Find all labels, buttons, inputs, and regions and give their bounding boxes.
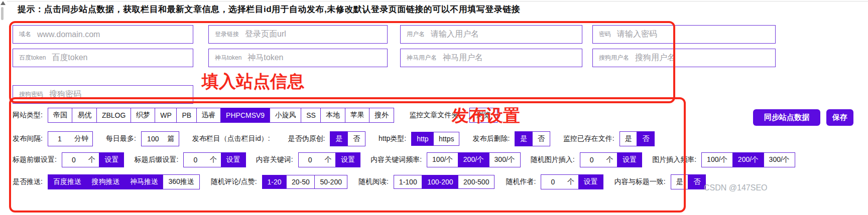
read-1-100-option[interactable]: 1-100 [394,175,423,189]
random-image-set-button[interactable]: 设置 [617,152,642,167]
push-toggle: 百度推送 搜狗推送 神马推送 360推送 [48,174,200,189]
site-type-option[interactable]: 迅睿 [196,108,221,123]
site-type-option[interactable]: SS [301,108,321,123]
shenma-token-field-label: 神马token [215,54,241,62]
sync-site-data-button[interactable]: 同步站点数据 [753,109,820,126]
comment-20-50-option[interactable]: 20-50 [286,175,315,189]
tip-text: 提示：点击同步站点数据，获取栏目和最新文章信息，选择栏目id用于自动发布,未修改… [18,4,520,15]
publish-interval-input[interactable]: 1 分钟 [48,131,93,146]
publish-interval-value: 1 [52,135,67,143]
sogou-push-option[interactable]: 搜狗推送 [86,174,125,189]
random-author-label: 随机作者: [506,177,536,186]
sogou-username-field[interactable]: 搜狗用户名 搜狗用户名 [592,49,776,67]
site-type-option[interactable]: WP [155,108,177,123]
random-comment-toggle: 1-20 20-50 50-200 [262,175,347,189]
title-prefix-set-button[interactable]: 设置 [99,152,124,167]
random-author-input[interactable]: 0 个 [541,174,579,189]
title-suffix-set-button[interactable]: 设置 [221,152,246,167]
random-comment-label: 随机评论/点赞: [211,177,257,186]
monitor-existing-toggle: 是 否 [619,131,655,146]
pseudo-no-option[interactable]: 否 [347,131,365,146]
title-match-label: 内容与标题一致: [614,177,666,186]
site-type-option[interactable]: ZBLOG [96,108,131,123]
baidu-push-option[interactable]: 百度推送 [48,174,87,189]
read-200-500-option[interactable]: 200-500 [458,175,494,189]
exist-no-option[interactable]: 否 [637,131,655,146]
title-suffix-input[interactable]: 0 个 [183,152,221,167]
site-type-option[interactable]: 苹果 [345,108,370,123]
domain-field-placeholder: www.domain.com [37,30,100,39]
delete-no-option[interactable]: 否 [532,131,550,146]
shenma-token-field-placeholder: 神马token [247,53,283,63]
baidu-token-field-label: 百度token [19,54,46,62]
imgfreq-200-option[interactable]: 200/个 [732,152,764,167]
username-field-placeholder: 请输入用户名 [431,29,479,40]
daily-max-unit: 篇 [168,134,175,143]
title-prefix-input[interactable]: 0 个 [62,152,100,167]
title-match-no-option[interactable]: 否 [688,174,706,189]
publish-interval-unit: 分钟 [74,134,88,143]
image-frequency-label: 图片插入频率: [652,155,696,164]
site-type-option[interactable]: 本地 [320,108,345,123]
image-frequency-toggle: 100/个 200/个 300/个 [701,152,795,167]
site-type-option[interactable]: 搜外 [369,108,394,123]
site-type-option[interactable]: 小旋风 [270,108,302,123]
username-field[interactable]: 用户名 请输入用户名 [400,25,582,44]
site-type-option[interactable]: 帝国 [48,108,73,123]
login-url-field[interactable]: 登录链接 登录页面url [208,25,388,44]
scrollbar[interactable] [0,0,6,23]
title-match-yes-option[interactable]: 是 [671,174,689,189]
site-type-group: 帝国 易优 ZBLOG 织梦 WP PB 迅睿 PHPCMSV9 小旋风 SS … [48,108,394,123]
shenma-username-field[interactable]: 神马用户名 神马用户名 [400,49,582,67]
shenma-token-field[interactable]: 神马token 神马token [208,49,388,67]
daily-max-input[interactable]: 100 篇 [141,131,179,146]
random-author-set-button[interactable]: 设置 [578,174,603,189]
exist-yes-option[interactable]: 是 [619,131,638,146]
content-keyword-input[interactable]: 0 个 [298,152,336,167]
site-type-option[interactable]: PB [176,108,197,123]
password-field-placeholder: 请输入密码 [617,29,657,40]
shenma-username-field-placeholder: 神马用户名 [443,53,483,63]
http-option[interactable]: http [411,132,434,146]
password-field[interactable]: 密码 请输入密码 [592,25,776,44]
save-button[interactable]: 保存 [826,109,853,126]
random-image-value: 0 [584,156,599,164]
pseudo-yes-option[interactable]: 是 [330,131,348,146]
kwfreq-100-option[interactable]: 100/个 [427,152,458,167]
baidu-token-field[interactable]: 百度token 百度token [13,49,193,67]
imgfreq-300-option[interactable]: 300/个 [764,152,795,167]
push-360-option[interactable]: 360推送 [163,174,199,189]
kwfreq-200-option[interactable]: 200/个 [458,152,489,167]
content-keyword-set-button[interactable]: 设置 [335,152,360,167]
http-type-label: http类型: [379,134,406,143]
site-type-option[interactable]: 织梦 [131,108,156,123]
delete-yes-option[interactable]: 是 [515,131,533,146]
site-type-label: 网站类型: [13,111,43,120]
random-image-input[interactable]: 0 个 [580,152,618,167]
daily-max-value: 100 [146,135,161,143]
browse-button[interactable]: 浏览 [469,108,498,123]
https-option[interactable]: https [433,132,459,146]
shenma-push-option[interactable]: 神马推送 [125,174,164,189]
site-type-option[interactable]: 易优 [72,108,97,123]
baidu-token-field-placeholder: 百度token [52,53,87,63]
pseudo-original-label: 是否伪原创: [288,134,325,143]
imgfreq-100-option[interactable]: 100/个 [701,152,733,167]
delete-after-publish-toggle: 是 否 [515,131,550,146]
site-type-option-selected[interactable]: PHPCMSV9 [220,108,270,123]
keyword-frequency-toggle: 100/个 200/个 300/个 [427,152,521,167]
sogou-password-field[interactable]: 搜狗密码 搜狗密码 [13,85,193,104]
scrollbar-thumb[interactable] [1,7,4,20]
sogou-username-field-placeholder: 搜狗用户名 [635,53,675,63]
window-top-border [7,1,868,2]
content-keyword-unit: 个 [325,155,332,164]
read-100-200-option[interactable]: 100-200 [422,175,458,189]
content-keyword-value: 0 [303,156,318,164]
title-suffix-value: 0 [188,156,203,164]
title-match-toggle: 是 否 [671,174,706,189]
comment-50-200-option[interactable]: 50-200 [314,175,347,189]
domain-field[interactable]: 域名 www.domain.com [13,25,193,44]
comment-1-20-option[interactable]: 1-20 [262,175,287,189]
sogou-username-field-label: 搜狗用户名 [599,54,629,62]
kwfreq-300-option[interactable]: 300/个 [489,152,521,167]
